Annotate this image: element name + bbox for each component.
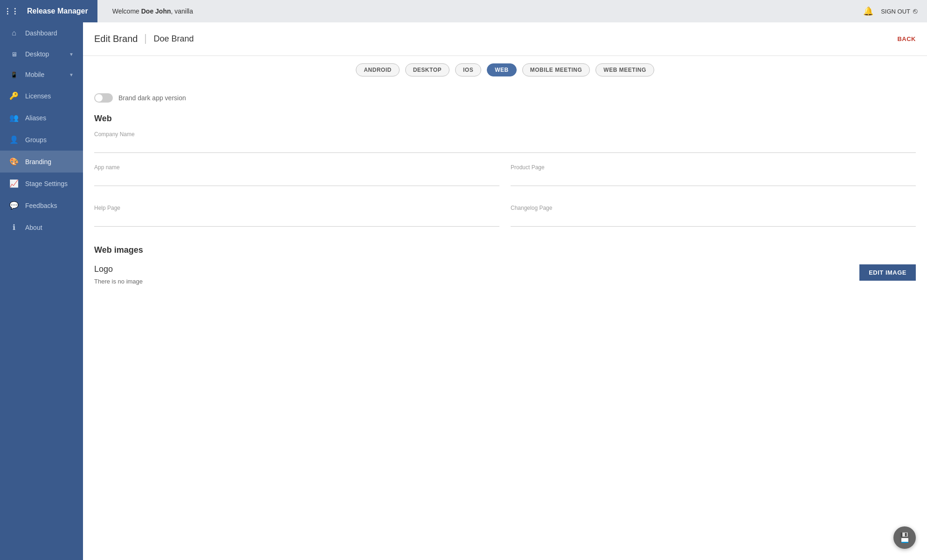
mobile-icon: 📱 xyxy=(9,71,19,78)
sidebar-item-label: About xyxy=(25,224,42,231)
fab-save-button[interactable]: 💾 xyxy=(893,526,916,549)
sign-out-icon: ⎋ xyxy=(913,7,918,15)
app-name-input[interactable] xyxy=(94,173,499,186)
groups-icon: 👤 xyxy=(9,135,19,144)
tab-bar: ANDROID DESKTOP IOS WEB MOBILE MEETING W… xyxy=(83,56,927,84)
sidebar-item-label: Dashboard xyxy=(25,29,57,37)
sign-out-label: SIGN OUT xyxy=(881,8,910,15)
sidebar: ⌂ Dashboard 🖥 Desktop ▼ 📱 Mobile ▼ 🔑 Lic… xyxy=(0,22,83,560)
page-title: Edit Brand xyxy=(94,34,138,44)
sidebar-item-label: Desktop xyxy=(25,50,49,58)
tab-desktop[interactable]: DESKTOP xyxy=(405,63,450,76)
help-changelog-row: Help Page Changelog Page xyxy=(94,205,916,238)
welcome-text: Welcome Doe John, vanilla xyxy=(103,7,193,15)
user-name: Doe John xyxy=(141,7,171,15)
product-page-label: Product Page xyxy=(511,164,916,171)
tab-ios[interactable]: IOS xyxy=(455,63,481,76)
help-page-input[interactable] xyxy=(94,213,499,227)
page-subtitle: Doe Brand xyxy=(145,34,194,44)
no-image-text: There is no image xyxy=(94,278,143,285)
sidebar-item-about[interactable]: ℹ About xyxy=(0,216,83,238)
aliases-icon: 👥 xyxy=(9,113,19,122)
edit-image-button[interactable]: EDIT IMAGE xyxy=(859,264,916,281)
tab-web[interactable]: WEB xyxy=(487,63,517,76)
sidebar-item-label: Licenses xyxy=(25,92,51,100)
sidebar-item-stage-settings[interactable]: 📈 Stage Settings xyxy=(0,173,83,194)
logo-info: Logo There is no image xyxy=(94,264,143,285)
about-icon: ℹ xyxy=(9,223,19,232)
app-title-bar: ⋮⋮ Release Manager xyxy=(0,0,97,22)
logo-title: Logo xyxy=(94,264,143,274)
chevron-down-icon: ▼ xyxy=(69,52,74,57)
header-left: ⋮⋮ Release Manager Welcome Doe John, van… xyxy=(0,0,193,22)
sidebar-item-label: Aliases xyxy=(25,114,46,122)
web-images-heading: Web images xyxy=(94,245,916,255)
sign-out-button[interactable]: SIGN OUT ⎋ xyxy=(881,7,918,15)
desktop-icon: 🖥 xyxy=(9,51,19,58)
sidebar-item-aliases[interactable]: 👥 Aliases xyxy=(0,107,83,129)
dark-mode-toggle[interactable] xyxy=(94,93,113,103)
feedbacks-icon: 💬 xyxy=(9,201,19,210)
stage-settings-icon: 📈 xyxy=(9,179,19,188)
tab-web-meeting[interactable]: WEB MEETING xyxy=(595,63,654,76)
sidebar-item-branding[interactable]: 🎨 Branding xyxy=(0,151,83,173)
toggle-row: Brand dark app version xyxy=(94,93,916,103)
header-right: 🔔 SIGN OUT ⎋ xyxy=(863,6,918,16)
sidebar-item-mobile[interactable]: 📱 Mobile ▼ xyxy=(0,64,83,85)
sidebar-item-label: Groups xyxy=(25,136,47,144)
changelog-page-field: Changelog Page xyxy=(511,205,916,227)
sidebar-item-licenses[interactable]: 🔑 Licenses xyxy=(0,85,83,107)
product-page-field: Product Page xyxy=(511,164,916,186)
form-content: Brand dark app version Web Company Name … xyxy=(83,84,927,294)
top-header: ⋮⋮ Release Manager Welcome Doe John, van… xyxy=(0,0,927,22)
changelog-page-input[interactable] xyxy=(511,213,916,227)
user-context: , vanilla xyxy=(171,7,193,15)
sidebar-item-label: Mobile xyxy=(25,71,44,78)
company-name-field: Company Name xyxy=(94,131,916,153)
app-title-text: Release Manager xyxy=(27,7,88,15)
sidebar-item-label: Feedbacks xyxy=(25,202,57,209)
toggle-label: Brand dark app version xyxy=(118,94,186,102)
app-name-field: App name xyxy=(94,164,499,186)
sidebar-item-groups[interactable]: 👤 Groups xyxy=(0,129,83,151)
web-section-heading: Web xyxy=(94,114,916,124)
sidebar-item-label: Branding xyxy=(25,158,51,166)
sidebar-item-feedbacks[interactable]: 💬 Feedbacks xyxy=(0,194,83,216)
help-page-field: Help Page xyxy=(94,205,499,227)
back-button[interactable]: BACK xyxy=(897,35,916,42)
sidebar-item-dashboard[interactable]: ⌂ Dashboard xyxy=(0,22,83,44)
company-name-input[interactable] xyxy=(94,139,916,153)
app-name-label: App name xyxy=(94,164,499,171)
tab-android[interactable]: ANDROID xyxy=(356,63,400,76)
app-grid-icon: ⋮⋮ xyxy=(0,0,22,22)
page-header: Edit Brand Doe Brand BACK xyxy=(83,22,927,56)
help-page-label: Help Page xyxy=(94,205,499,211)
app-product-row: App name Product Page xyxy=(94,164,916,197)
branding-icon: 🎨 xyxy=(9,157,19,166)
main-layout: ⌂ Dashboard 🖥 Desktop ▼ 📱 Mobile ▼ 🔑 Lic… xyxy=(0,22,927,560)
page-header-left: Edit Brand Doe Brand xyxy=(94,34,194,44)
changelog-page-label: Changelog Page xyxy=(511,205,916,211)
chevron-down-icon: ▼ xyxy=(69,72,74,77)
save-icon: 💾 xyxy=(899,532,911,543)
notification-bell-icon[interactable]: 🔔 xyxy=(863,6,873,16)
sidebar-item-desktop[interactable]: 🖥 Desktop ▼ xyxy=(0,44,83,64)
company-name-label: Company Name xyxy=(94,131,916,138)
product-page-input[interactable] xyxy=(511,173,916,186)
logo-section: Logo There is no image EDIT IMAGE xyxy=(94,264,916,285)
sidebar-item-label: Stage Settings xyxy=(25,180,68,187)
tab-mobile-meeting[interactable]: MOBILE MEETING xyxy=(522,63,590,76)
content-area: Edit Brand Doe Brand BACK ANDROID DESKTO… xyxy=(83,22,927,560)
key-icon: 🔑 xyxy=(9,91,19,100)
home-icon: ⌂ xyxy=(9,29,19,37)
